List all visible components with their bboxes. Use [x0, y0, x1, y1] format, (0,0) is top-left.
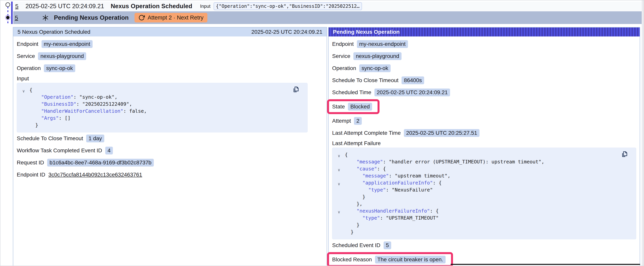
endpoint-id-link[interactable]: 3c0c75ccfa8144b092c13ce632463761	[48, 172, 142, 178]
timeline-open-circle-icon	[5, 2, 10, 8]
field-label: Schedule To Close Timeout	[332, 77, 398, 84]
json-line: ∨{	[30, 87, 304, 94]
json-line: ∨{	[345, 151, 632, 158]
json-line: "Operation": "sync-op-ok",	[30, 94, 304, 101]
field-label: Operation	[332, 65, 356, 71]
json-line: }	[345, 228, 632, 235]
field-value-chip: 4	[105, 147, 113, 154]
scheduled-event-panel-header: 5 Nexus Operation Scheduled 2025-02-25 U…	[13, 28, 327, 37]
json-line: }	[30, 122, 304, 129]
field-label: Endpoint	[332, 41, 354, 47]
highlight-annotation: Blocked ReasonThe circuit breaker is ope…	[327, 252, 453, 266]
field-label: Last Attempt Complete Time	[332, 130, 401, 136]
event-id-link[interactable]: 5	[15, 3, 18, 10]
event-summary-row[interactable]: 5 2025-02-25 UTC 20:24:09.21 Nexus Opera…	[13, 2, 642, 11]
json-line: "type": "UPSTREAM_TIMEOUT"	[345, 214, 632, 221]
timeline-active-bar	[11, 2, 13, 24]
field-value-chip: 2	[354, 117, 362, 125]
field-value-chip: The circuit breaker is open.	[375, 256, 446, 263]
panel-bottom-edge	[451, 264, 640, 265]
collapse-chevron-icon[interactable]: ∨	[338, 208, 340, 215]
event-history-view: 5 2025-02-25 UTC 20:24:09.21 Nexus Opera…	[0, 0, 644, 266]
field-label: Endpoint ID	[17, 172, 45, 178]
json-line: }	[345, 221, 632, 228]
json-line: },	[345, 200, 632, 207]
field-row: Last Attempt Complete Time2025-02-25 UTC…	[332, 127, 636, 139]
field-row: Request IDb1c6a4bc-8ee7-468a-9169-df3b02…	[17, 157, 323, 169]
field-row: Schedule To Close Timeout1 day	[17, 132, 323, 144]
json-line: ∨ "cause": {	[345, 165, 632, 172]
input-label: Input	[200, 4, 210, 9]
field-row: Servicenexus-playground	[332, 50, 636, 62]
input-preview-chip[interactable]: {"Operation":"sync-op-ok","BusinessID":"…	[214, 2, 362, 10]
field-label: Service	[17, 53, 35, 59]
scheduled-event-panel-body: Endpointmy-nexus-endpointServicenexus-pl…	[13, 37, 327, 181]
field-value-chip: nexus-playground	[354, 52, 402, 60]
field-value-chip: my-nexus-endpoint	[42, 40, 92, 48]
retry-badge-label: Attempt 2 · Next Retry	[148, 15, 204, 21]
highlight-annotation: StateBlocked	[327, 99, 380, 114]
timeline-filled-circle-icon	[5, 15, 10, 21]
field-value-chip: 1 day	[86, 135, 104, 142]
field-label: Operation	[17, 65, 41, 71]
field-value-chip: 2025-02-25 UTC 20:25:27.51	[404, 129, 480, 137]
field-value-chip: 86400s	[402, 76, 424, 84]
field-label: Endpoint	[17, 41, 38, 47]
field-label: State	[332, 104, 345, 110]
json-line: "type": "NexusFailure"	[345, 186, 632, 193]
field-row: Attempt2	[332, 115, 636, 127]
panel-title: Pending Nexus Operation	[333, 29, 400, 35]
event-timestamp: 2025-02-25 UTC 20:24:09.21	[26, 3, 104, 10]
json-viewer: ∨{ "Operation": "sync-op-ok", "BusinessI…	[17, 83, 308, 132]
json-line: "message": "upstream timeout",	[345, 172, 632, 179]
field-label: Scheduled Time	[332, 89, 371, 96]
field-label: Scheduled Event ID	[332, 242, 380, 248]
field-row: Scheduled Time2025-02-25 UTC 20:24:09.21	[332, 86, 636, 99]
field-label-row: Last Attempt Failure	[332, 139, 636, 148]
json-line: "BusinessID": "20250225122409",	[30, 101, 304, 108]
field-label: Schedule To Close Timeout	[17, 135, 83, 142]
field-row: Blocked ReasonThe circuit breaker is ope…	[332, 254, 446, 265]
panel-timestamp: 2025-02-25 UTC 20:24:09.21	[252, 29, 322, 35]
scheduled-event-panel: 5 Nexus Operation Scheduled 2025-02-25 U…	[13, 27, 327, 266]
pending-event-id-link[interactable]: 5	[15, 15, 18, 21]
field-label: Service	[332, 53, 350, 59]
field-label: Request ID	[17, 159, 44, 166]
field-row: Workflow Task Completed Event ID4	[17, 144, 323, 157]
json-line: ∨ "applicationFailureInfo": {	[345, 179, 632, 186]
field-row: Endpoint ID3c0c75ccfa8144b092c13ce632463…	[17, 169, 323, 181]
field-value-chip: nexus-playground	[38, 52, 86, 60]
field-value-chip: Blocked	[348, 103, 372, 111]
field-value-chip: sync-op-ok	[359, 64, 390, 72]
scrollbar-track[interactable]	[642, 1, 644, 266]
retry-icon	[138, 15, 145, 21]
field-label: Last Attempt Failure	[332, 140, 381, 146]
pending-title: Pending Nexus Operation	[54, 14, 129, 21]
field-value-chip: my-nexus-endpoint	[357, 40, 408, 48]
field-value-chip: 5	[384, 241, 392, 249]
collapse-chevron-icon[interactable]: ∨	[338, 180, 340, 187]
field-value-chip: 2025-02-25 UTC 20:24:09.21	[374, 89, 450, 96]
field-row: Schedule To Close Timeout86400s	[332, 74, 636, 86]
pending-asterisk-icon	[42, 14, 49, 21]
pending-operation-panel-body: Endpointmy-nexus-endpointServicenexus-pl…	[329, 37, 640, 266]
field-row: Endpointmy-nexus-endpoint	[17, 38, 323, 50]
event-title: Nexus Operation Scheduled	[111, 3, 192, 10]
field-row: Endpointmy-nexus-endpoint	[332, 38, 636, 50]
pending-operation-row[interactable]: 5 Pending Nexus Operation Attempt 2 · Ne…	[13, 11, 642, 24]
field-value-chip: sync-op-ok	[44, 64, 75, 72]
field-label: Blocked Reason	[332, 256, 372, 263]
collapse-chevron-icon[interactable]: ∨	[22, 88, 25, 95]
json-viewer: ∨{ "message": "handler error (UPSTREAM_T…	[332, 148, 636, 239]
collapse-chevron-icon[interactable]: ∨	[338, 166, 340, 173]
field-row: Scheduled Event ID5	[332, 239, 636, 251]
retry-badge: Attempt 2 · Next Retry	[134, 13, 208, 23]
field-row: Operationsync-op-ok	[17, 62, 323, 74]
panel-title: 5 Nexus Operation Scheduled	[18, 29, 90, 35]
collapse-chevron-icon[interactable]: ∨	[338, 152, 340, 159]
pending-operation-panel: Pending Nexus Operation Endpointmy-nexus…	[328, 27, 640, 266]
json-line: "message": "handler error (UPSTREAM_TIME…	[345, 158, 632, 165]
field-label: Attempt	[332, 118, 351, 124]
field-value-chip: b1c6a4bc-8ee7-468a-9169-df3b02c8737b	[47, 159, 154, 167]
json-line: "Args": []	[30, 115, 304, 122]
